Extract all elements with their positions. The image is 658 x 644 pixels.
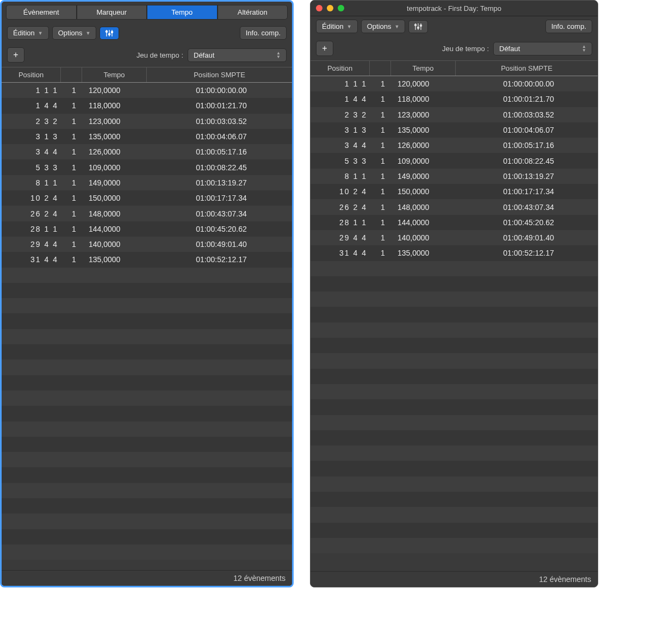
table-row[interactable]: 3 1 31135,000001:00:04:06.07 (311, 122, 598, 138)
table-row-empty (311, 523, 598, 538)
info-comp-button[interactable]: Info. comp. (545, 20, 592, 33)
traffic-lights (311, 5, 344, 11)
col-smpte[interactable]: Position SMPTE (456, 61, 598, 76)
table-row[interactable]: 8 1 11149,000001:00:13:19.27 (311, 169, 598, 184)
table-row-empty (311, 369, 598, 384)
table-row[interactable]: 1 1 11120,000001:00:00:00.00 (311, 76, 598, 91)
table-row[interactable]: 5 3 31109,000001:00:08:22.45 (2, 159, 292, 175)
add-button[interactable]: + (7, 47, 24, 63)
col-sub[interactable] (370, 61, 391, 76)
table-row[interactable]: 29 4 41140,000001:00:49:01.40 (311, 230, 598, 245)
table-row[interactable]: 1 4 41118,000001:00:01:21.70 (311, 91, 598, 107)
filter-icon (413, 23, 423, 30)
add-button[interactable]: + (316, 41, 333, 56)
cell-sub: 1 (64, 101, 84, 110)
table-row[interactable]: 3 4 41126,000001:00:05:17.16 (311, 138, 598, 153)
options-label: Options (367, 22, 392, 30)
table-row[interactable]: 26 2 41148,000001:00:43:07.34 (311, 199, 598, 214)
table-row-empty (311, 476, 598, 492)
table-row[interactable]: 3 4 41126,000001:00:05:17.16 (2, 144, 292, 159)
col-smpte[interactable]: Position SMPTE (147, 67, 292, 82)
cell-sub: 1 (64, 178, 84, 187)
options-menu[interactable]: Options▼ (361, 20, 406, 33)
cell-smpte: 01:00:00:00.00 (460, 79, 598, 88)
filter-toggle[interactable] (100, 27, 119, 40)
col-tempo[interactable]: Tempo (82, 67, 147, 82)
tempo-set-select[interactable]: Défaut ▲▼ (188, 48, 287, 62)
cell-smpte: 01:00:13:19.27 (151, 178, 292, 187)
options-menu[interactable]: Options▼ (52, 26, 97, 40)
table-row[interactable]: 28 1 11144,000001:00:45:20.62 (311, 215, 598, 230)
tempo-set-row: + Jeu de tempo : Défaut ▲▼ (2, 43, 292, 67)
zoom-icon[interactable] (338, 5, 344, 11)
cell-tempo: 118,0000 (393, 95, 460, 103)
cell-tempo: 149,0000 (393, 172, 460, 181)
cell-tempo: 148,0000 (84, 209, 151, 218)
table-row[interactable]: 8 1 11149,000001:00:13:19.27 (2, 175, 292, 190)
table-row[interactable]: 26 2 41148,000001:00:43:07.34 (2, 206, 292, 221)
cell-smpte: 01:00:49:01.40 (151, 240, 292, 249)
cell-tempo: 144,0000 (84, 225, 151, 233)
table-row-empty (311, 307, 598, 322)
toolbar: Édition▼ Options▼ Info. comp. (311, 16, 598, 36)
table-row[interactable]: 28 1 11144,000001:00:45:20.62 (2, 221, 292, 237)
cell-position: 31 4 4 (2, 255, 64, 264)
cell-position: 3 1 3 (311, 126, 373, 134)
table-row[interactable]: 10 2 41150,000001:00:17:17.34 (311, 184, 598, 199)
col-position[interactable]: Position (2, 67, 61, 82)
edition-label: Édition (322, 22, 344, 30)
table-row[interactable]: 31 4 41135,000001:00:52:12.17 (2, 252, 292, 267)
cell-smpte: 01:00:08:22.45 (460, 157, 598, 165)
cell-position: 8 1 1 (311, 172, 373, 181)
tab-alteration[interactable]: Altération (218, 5, 288, 20)
cell-position: 5 3 3 (2, 163, 64, 172)
table-row[interactable]: 29 4 41140,000001:00:49:01.40 (2, 237, 292, 252)
col-tempo[interactable]: Tempo (391, 61, 456, 76)
tempo-set-value: Défaut (499, 45, 520, 53)
plus-icon: + (322, 44, 327, 53)
table-row[interactable]: 2 3 21123,000001:00:03:03.52 (2, 114, 292, 129)
table-row-empty (2, 268, 292, 283)
edition-menu[interactable]: Édition▼ (7, 26, 49, 40)
cell-sub: 1 (373, 95, 393, 103)
table-row-empty (311, 261, 598, 276)
updown-icon: ▲▼ (276, 51, 281, 59)
tab-tempo[interactable]: Tempo (147, 5, 218, 20)
window-title: tempotrack - First Day: Tempo (311, 4, 598, 13)
table-row[interactable]: 10 2 41150,000001:00:17:17.34 (2, 190, 292, 206)
cell-tempo: 109,0000 (393, 157, 460, 165)
cell-tempo: 123,0000 (393, 110, 460, 119)
table-row-empty (2, 406, 292, 421)
svg-point-3 (106, 30, 108, 32)
tempo-set-select[interactable]: Défaut ▲▼ (493, 42, 592, 55)
cell-smpte: 01:00:03:03.52 (151, 117, 292, 126)
table-row-empty (2, 513, 292, 529)
table-row[interactable]: 1 4 41118,000001:00:01:21.70 (2, 98, 292, 113)
col-position[interactable]: Position (311, 61, 370, 76)
table-row[interactable]: 5 3 31109,000001:00:08:22.45 (311, 153, 598, 168)
cell-tempo: 118,0000 (84, 101, 151, 110)
close-icon[interactable] (316, 5, 322, 11)
info-comp-button[interactable]: Info. comp. (240, 26, 287, 40)
table-row[interactable]: 2 3 21123,000001:00:03:03.52 (311, 107, 598, 122)
table-row[interactable]: 3 1 31135,000001:00:04:06.07 (2, 129, 292, 144)
svg-point-11 (420, 24, 422, 26)
filter-toggle[interactable] (408, 20, 428, 33)
col-sub[interactable] (61, 67, 82, 82)
table-row[interactable]: 1 1 11120,000001:00:00:00.00 (2, 83, 292, 98)
table-row-empty (2, 375, 292, 391)
table-row-empty (311, 292, 598, 307)
chevron-down-icon: ▼ (85, 30, 90, 36)
minimize-icon[interactable] (327, 5, 333, 11)
tempo-set-label: Jeu de tempo : (136, 51, 183, 59)
cell-tempo: 120,0000 (393, 79, 460, 88)
titlebar[interactable]: tempotrack - First Day: Tempo (311, 1, 598, 16)
tab-marqueur[interactable]: Marqueur (77, 5, 147, 20)
tab-evenement[interactable]: Évènement (6, 5, 77, 20)
cell-position: 28 1 1 (311, 218, 373, 227)
table-row[interactable]: 31 4 41135,000001:00:52:12.17 (311, 245, 598, 261)
edition-menu[interactable]: Édition▼ (316, 20, 358, 33)
cell-sub: 1 (373, 203, 393, 212)
cell-sub: 1 (373, 126, 393, 134)
footer-count: 12 évènements (2, 570, 292, 586)
